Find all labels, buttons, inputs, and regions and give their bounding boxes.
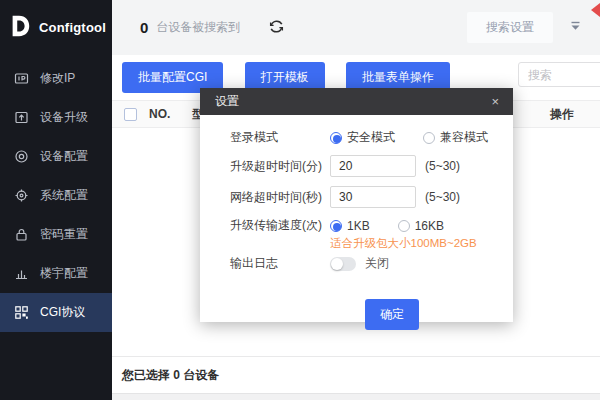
chevron-collapse-icon (569, 20, 582, 35)
sidebar-item-label: 楼宇配置 (40, 265, 88, 282)
device-count: 0 (140, 19, 148, 36)
qr-grid-icon (14, 305, 29, 320)
sidebar-item-password-reset[interactable]: 密码重置 (0, 215, 112, 254)
refresh-button[interactable] (266, 16, 287, 40)
app-logo: Configtool (0, 0, 112, 51)
sidebar-item-building-config[interactable]: 楼宇配置 (0, 254, 112, 293)
output-log-row: 输出日志 关闭 (230, 255, 513, 272)
settings-modal-header[interactable]: 设置 × (200, 88, 513, 115)
radio-compatible-mode[interactable]: 兼容模式 (423, 129, 488, 146)
device-config-icon (14, 149, 29, 164)
column-operation: 操作 (550, 106, 574, 123)
refresh-icon (268, 18, 285, 38)
top-header: 0 台设备被搜索到 搜索设置 (112, 0, 600, 55)
network-timeout-hint: (5~30) (425, 190, 460, 204)
dahua-logo-icon (8, 14, 32, 41)
login-mode-label: 登录模式 (230, 129, 330, 146)
upgrade-timeout-input[interactable] (330, 155, 416, 177)
device-upgrade-icon (14, 110, 29, 125)
sidebar-item-modify-ip[interactable]: 修改IP (0, 59, 112, 98)
sidebar-item-label: 设备升级 (40, 109, 88, 126)
radio-icon (330, 132, 342, 144)
footer-strip (112, 393, 600, 400)
sidebar-item-system-config[interactable]: 系统配置 (0, 176, 112, 215)
settings-modal-title: 设置 (215, 93, 239, 110)
sidebar-item-label: 系统配置 (40, 187, 88, 204)
close-icon[interactable]: × (491, 95, 499, 108)
configtool-window: Configtool 修改IP 设备升级 设备配置 (0, 0, 600, 400)
output-log-label: 输出日志 (230, 255, 330, 272)
upgrade-timeout-hint: (5~30) (425, 159, 460, 173)
login-mode-row: 登录模式 安全模式 兼容模式 (230, 129, 513, 146)
radio-1kb[interactable]: 1KB (330, 219, 370, 233)
upgrade-timeout-row: 升级超时时间(分) (5~30) (230, 155, 513, 177)
settings-modal: 设置 × 登录模式 安全模式 兼容模式 升级超时时间(分) (5~30) (200, 88, 513, 322)
sidebar-item-label: CGI协议 (40, 304, 85, 321)
collapse-panel-button[interactable] (567, 18, 584, 37)
output-log-state: 关闭 (365, 255, 389, 272)
radio-icon (398, 220, 410, 232)
network-timeout-input[interactable] (330, 186, 416, 208)
upgrade-size-note: 适合升级包大小100MB~2GB (330, 236, 513, 251)
sidebar-item-device-upgrade[interactable]: 设备升级 (0, 98, 112, 137)
column-no: NO. (149, 107, 170, 121)
radio-icon (330, 220, 342, 232)
selection-status-text: 您已选择 0 台设备 (112, 356, 600, 393)
sidebar-item-cgi-protocol[interactable]: CGI协议 (0, 293, 112, 332)
sidebar-item-label: 密码重置 (40, 226, 88, 243)
transfer-speed-label: 升级传输速度(次) (230, 217, 330, 234)
transfer-speed-row: 升级传输速度(次) 1KB 16KB (230, 217, 513, 234)
radio-16kb[interactable]: 16KB (398, 219, 444, 233)
selection-footer: 您已选择 0 台设备 (112, 356, 600, 400)
sidebar-menu: 修改IP 设备升级 设备配置 系统配置 (0, 59, 112, 332)
app-title: Configtool (39, 20, 106, 35)
radio-secure-mode[interactable]: 安全模式 (330, 129, 395, 146)
toggle-knob-icon (331, 258, 343, 270)
network-timeout-row: 网络超时时间(秒) (5~30) (230, 186, 513, 208)
system-config-icon (14, 188, 29, 203)
device-count-suffix: 台设备被搜索到 (156, 19, 240, 36)
sidebar-item-device-config[interactable]: 设备配置 (0, 137, 112, 176)
output-log-toggle[interactable] (330, 257, 356, 271)
corner-ribbon-icon (591, 3, 600, 17)
sidebar-item-label: 修改IP (40, 70, 75, 87)
network-timeout-label: 网络超时时间(秒) (230, 189, 330, 206)
search-input[interactable] (518, 62, 600, 87)
confirm-button[interactable]: 确定 (365, 299, 419, 330)
lock-icon (14, 227, 29, 242)
sidebar: Configtool 修改IP 设备升级 设备配置 (0, 0, 112, 400)
sidebar-item-label: 设备配置 (40, 148, 88, 165)
radio-icon (423, 132, 435, 144)
edit-ip-icon (14, 71, 29, 86)
upgrade-timeout-label: 升级超时时间(分) (230, 158, 330, 175)
settings-modal-body: 登录模式 安全模式 兼容模式 升级超时时间(分) (5~30) 网络超时时间(秒… (200, 115, 513, 330)
search-settings-button[interactable]: 搜索设置 (467, 12, 553, 43)
table-search (518, 62, 600, 87)
bar-chart-icon (14, 266, 29, 281)
select-all-checkbox[interactable] (124, 108, 137, 121)
